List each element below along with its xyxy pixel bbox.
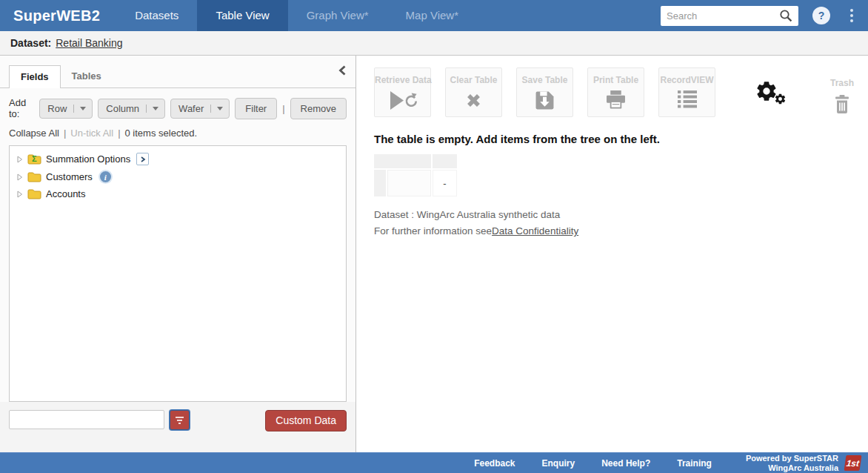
powered-line2: WingArc Australia [746,463,838,473]
footer-link-feedback[interactable]: Feedback [474,458,515,469]
add-to-column-dropdown[interactable]: Column [98,99,165,119]
selection-status-bar: Collapse All | Un-tick All | 0 items sel… [0,121,355,145]
dataset-info-text: Dataset : WingArc Australia synthetic da… [374,209,868,220]
table-toolbar: Retrieve Data Clear Table Save Table [374,67,868,117]
empty-table-message: The table is empty. Add items from the t… [374,133,868,145]
separator: | [118,128,120,139]
info-icon[interactable]: i [100,171,111,182]
dataset-bar: Dataset: Retail Banking [0,31,868,56]
nav-item-table-view[interactable]: Table View [197,0,287,31]
print-table-label: Print Table [588,75,644,85]
footer-link-need-help[interactable]: Need Help? [601,458,650,469]
chevron-down-icon [73,105,86,113]
untick-all-link: Un-tick All [70,128,113,139]
save-table-button[interactable]: Save Table [516,67,573,117]
page-footer: Feedback Enquiry Need Help? Training Pow… [0,452,868,473]
wafer-dropdown-label: Wafer [178,103,204,114]
nav-item-graph-view: Graph View* [288,0,387,31]
search-input[interactable] [667,10,779,22]
column-dropdown-label: Column [106,103,139,114]
retrieve-data-button[interactable]: Retrieve Data [374,67,431,117]
footer-link-enquiry[interactable]: Enquiry [542,458,575,469]
table-header-cell [433,154,457,168]
add-to-toolbar: Add to: Row Column Wafer Filter | Remove [0,88,355,121]
printer-icon [588,90,644,109]
top-navbar: SuperWEB2 Datasets Table View Graph View… [0,0,868,31]
gear-small-icon [774,93,787,108]
table-row-header-cell [374,170,386,196]
save-table-label: Save Table [517,75,572,85]
superstar-logo: 1st [844,455,862,471]
clear-table-button[interactable]: Clear Table [445,67,502,117]
chevron-down-icon [210,105,223,113]
tree-search-input[interactable] [9,410,164,429]
dataset-link[interactable]: Retail Banking [56,37,122,49]
app-logo: SuperWEB2 [0,0,116,31]
expand-triangle-icon[interactable] [17,191,23,198]
retrieve-data-label: Retrieve Data [375,75,430,85]
chevron-down-icon [146,105,158,113]
collapse-panel-icon[interactable] [338,65,346,76]
folder-icon [27,188,41,199]
table-value-cell: - [433,170,457,196]
help-icon[interactable]: ? [812,7,830,24]
sigma-glyph: Σ [32,155,37,163]
empty-table-grid: - [374,154,458,196]
separator: | [64,128,66,139]
expand-triangle-icon[interactable] [17,156,23,163]
overflow-menu-icon[interactable] [846,6,858,25]
footer-links: Feedback Enquiry Need Help? Training [474,458,712,469]
tree-search-bar: Custom Data [0,402,355,452]
recordview-label: RecordVIEW [659,75,715,85]
field-tree: Σ Summation Options Customers i [9,145,347,402]
powered-line1: Powered by SuperSTAR [746,454,838,463]
global-search-box[interactable] [661,6,798,26]
tree-item-summation-options[interactable]: Σ Summation Options [10,150,346,168]
play-refresh-icon [375,90,430,110]
tree-item-customers[interactable]: Customers i [10,168,346,185]
tree-item-accounts[interactable]: Accounts [10,185,346,202]
filter-button[interactable]: Filter [235,98,277,119]
tab-tables[interactable]: Tables [61,65,113,87]
collapse-all-link[interactable]: Collapse All [9,128,59,139]
print-table-button[interactable]: Print Table [587,67,644,117]
table-options-button[interactable] [755,78,789,108]
superweb2-app: SuperWEB2 Datasets Table View Graph View… [0,0,868,473]
further-info-text: For further information see [374,225,492,236]
field-selection-panel: Fields Tables Add to: Row Column Wafer F… [0,56,356,452]
further-info-line: For further information seeData Confiden… [374,225,868,236]
tab-fields[interactable]: Fields [9,65,61,88]
trash-dropzone[interactable]: Trash [830,71,854,114]
record-list-icon [659,90,715,108]
table-view-panel: Retrieve Data Clear Table Save Table [356,56,868,452]
x-cross-icon [446,90,501,110]
nav-item-datasets[interactable]: Datasets [116,0,197,31]
folder-icon [27,171,41,182]
expand-triangle-icon[interactable] [17,173,23,181]
search-icon[interactable] [779,9,792,22]
table-header-cell [374,154,431,168]
trash-icon [830,95,854,114]
table-cell [387,170,431,196]
tree-item-label[interactable]: Summation Options [46,153,130,165]
tree-filter-button[interactable] [170,410,190,430]
add-to-row-dropdown[interactable]: Row [39,99,93,119]
dataset-label: Dataset: [10,37,51,49]
nav-item-map-view: Map View* [387,0,477,31]
add-to-label: Add to: [9,97,34,119]
remove-button[interactable]: Remove [290,98,347,119]
recordview-button[interactable]: RecordVIEW [658,67,715,117]
tree-item-label[interactable]: Customers [46,171,93,182]
open-summation-options-icon[interactable] [136,153,149,165]
sigma-folder-icon: Σ [27,153,41,165]
save-disk-icon [517,90,572,110]
add-to-wafer-dropdown[interactable]: Wafer [170,99,230,119]
navbar-right: ? [661,0,868,31]
footer-link-training[interactable]: Training [677,458,712,469]
filter-icon [176,417,184,418]
data-confidentiality-link[interactable]: Data Confidentiality [492,225,578,236]
trash-label: Trash [830,78,854,88]
items-selected-count: 0 items selected. [125,128,198,139]
custom-data-button[interactable]: Custom Data [265,410,347,431]
tree-item-label[interactable]: Accounts [46,188,85,199]
